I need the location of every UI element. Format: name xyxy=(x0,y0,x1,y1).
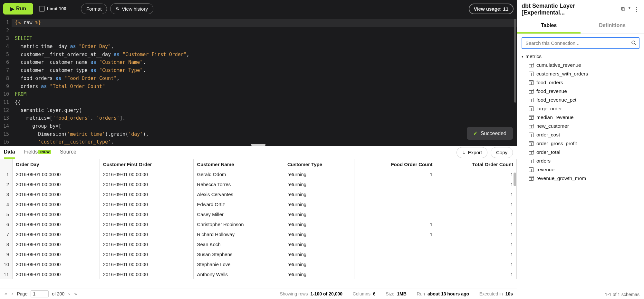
tree-item[interactable]: cumulative_revenue xyxy=(522,61,639,69)
tree-item[interactable]: revenue_growth_mom xyxy=(522,174,639,183)
limit-checkbox[interactable]: Limit 100 xyxy=(36,6,69,12)
run-button[interactable]: ▶ Run xyxy=(3,3,33,15)
results-table: Order DayCustomer First OrderCustomer Na… xyxy=(0,159,517,279)
copy-icon[interactable]: ⧉ xyxy=(621,6,625,13)
view-history-button[interactable]: ↻ View history xyxy=(110,3,153,14)
table-cell: returning xyxy=(284,269,354,279)
table-icon xyxy=(529,80,534,85)
table-cell: Christopher Robinson xyxy=(194,219,284,229)
table-row[interactable]: 52016-09-01 00:00:002016-09-01 00:00:00C… xyxy=(0,209,517,219)
exec-label: Executed in xyxy=(479,291,503,296)
table-cell: 2016-09-01 00:00:00 xyxy=(100,199,194,209)
table-cell: 1 xyxy=(436,179,516,189)
page-first-button[interactable]: « xyxy=(4,291,8,296)
export-button[interactable]: ⤓ Export xyxy=(457,147,487,158)
tree-item-label: revenue_growth_mom xyxy=(536,175,586,181)
column-header[interactable]: Total Order Count xyxy=(436,159,516,169)
tree-item[interactable]: large_order xyxy=(522,104,639,113)
rownum-cell: 5 xyxy=(0,209,13,219)
page-last-button[interactable]: » xyxy=(74,291,78,296)
history-icon: ↻ xyxy=(116,6,120,12)
table-cell: Anthony Wells xyxy=(194,269,284,279)
tree-item[interactable]: median_revenue xyxy=(522,113,639,122)
table-cell: Stephanie Love xyxy=(194,259,284,269)
table-cell: Rebecca Torres xyxy=(194,179,284,189)
table-row[interactable]: 112016-09-01 00:00:002016-09-01 00:00:00… xyxy=(0,269,517,279)
sidebar-tab-tables[interactable]: Tables xyxy=(517,19,581,34)
chevron-down-icon[interactable]: ▾ xyxy=(629,6,630,13)
table-row[interactable]: 62016-09-01 00:00:002016-09-01 00:00:00C… xyxy=(0,219,517,229)
table-cell: 1 xyxy=(436,239,516,249)
column-header[interactable]: Customer Type xyxy=(284,159,354,169)
tab-data[interactable]: Data xyxy=(4,146,15,159)
table-row[interactable]: 12016-09-01 00:00:002016-09-01 00:00:00G… xyxy=(0,169,517,179)
table-cell: Richard Holloway xyxy=(194,229,284,239)
table-icon xyxy=(529,141,534,146)
table-cell: 2016-09-01 00:00:00 xyxy=(100,239,194,249)
tree-item[interactable]: customers_with_orders xyxy=(522,69,639,78)
rownum-cell: 10 xyxy=(0,259,13,269)
table-cell: 1 xyxy=(354,169,436,179)
search-icon xyxy=(631,40,636,46)
table-cell: 2016-09-01 00:00:00 xyxy=(100,189,194,199)
column-header[interactable]: Customer First Order xyxy=(100,159,194,169)
drag-handle[interactable] xyxy=(251,144,265,146)
view-usage-button[interactable]: View usage: 11 xyxy=(469,4,514,14)
column-header[interactable]: Food Order Count xyxy=(354,159,436,169)
editor-scrollbar[interactable] xyxy=(514,19,516,103)
tree-item[interactable]: food_revenue_pct xyxy=(522,95,639,104)
tree-item[interactable]: food_revenue xyxy=(522,87,639,95)
tab-source[interactable]: Source xyxy=(60,146,76,159)
run-meta-label: Run xyxy=(417,291,425,296)
table-cell: 1 xyxy=(436,209,516,219)
table-row[interactable]: 72016-09-01 00:00:002016-09-01 00:00:00R… xyxy=(0,229,517,239)
schema-tree: ▾ metrics cumulative_revenuecustomers_wi… xyxy=(517,52,644,183)
tree-item[interactable]: order_total xyxy=(522,148,639,156)
tab-fields[interactable]: Fields iNEW xyxy=(24,146,51,159)
tree-item[interactable]: order_cost xyxy=(522,130,639,139)
divider xyxy=(75,3,75,14)
page-prev-button[interactable]: ‹ xyxy=(11,291,14,296)
format-button[interactable]: Format xyxy=(81,4,107,14)
table-cell: 1 xyxy=(354,229,436,239)
copy-button[interactable]: Copy xyxy=(491,147,513,158)
sidebar-tab-definitions[interactable]: Definitions xyxy=(581,19,644,34)
table-row[interactable]: 22016-09-01 00:00:002016-09-01 00:00:00R… xyxy=(0,179,517,189)
table-cell: 1 xyxy=(436,259,516,269)
table-icon xyxy=(529,72,534,76)
tree-item[interactable]: food_orders xyxy=(522,78,639,87)
rownum-cell: 4 xyxy=(0,199,13,209)
table-row[interactable]: 92016-09-01 00:00:002016-09-01 00:00:00S… xyxy=(0,249,517,259)
tree-item[interactable]: new_customer xyxy=(522,122,639,130)
tree-group-metrics[interactable]: ▾ metrics xyxy=(522,52,639,61)
table-icon xyxy=(529,124,534,128)
page-input[interactable] xyxy=(31,290,49,297)
tree-item[interactable]: order_gross_profit xyxy=(522,139,639,148)
tree-item-label: cumulative_revenue xyxy=(536,62,581,68)
more-icon[interactable]: ⋮ xyxy=(634,6,639,13)
code-editor[interactable]: 12345678910111213141516 {% raw %}SELECT … xyxy=(0,17,517,146)
table-cell xyxy=(354,259,436,269)
rownum-cell: 3 xyxy=(0,189,13,199)
table-icon xyxy=(529,150,534,154)
history-label: View history xyxy=(122,6,148,12)
table-row[interactable]: 32016-09-01 00:00:002016-09-01 00:00:00A… xyxy=(0,189,517,199)
table-cell: returning xyxy=(284,249,354,259)
table-row[interactable]: 82016-09-01 00:00:002016-09-01 00:00:00S… xyxy=(0,239,517,249)
tree-item[interactable]: revenue xyxy=(522,165,639,174)
search-input[interactable] xyxy=(522,37,639,49)
table-row[interactable]: 102016-09-01 00:00:002016-09-01 00:00:00… xyxy=(0,259,517,269)
column-header[interactable]: Customer Name xyxy=(194,159,284,169)
table-cell xyxy=(354,179,436,189)
table-cell: Susan Stephens xyxy=(194,249,284,259)
tree-item-label: revenue xyxy=(536,167,554,173)
table-scrollbar[interactable] xyxy=(514,173,516,186)
table-cell: 2016-09-01 00:00:00 xyxy=(13,219,100,229)
tree-item[interactable]: orders xyxy=(522,156,639,165)
sidebar: dbt Semantic Layer [Experimental... ⧉ ▾ … xyxy=(517,0,644,299)
results-bar: Data Fields iNEW Source ⤓ Export Copy xyxy=(0,146,517,159)
page-next-button[interactable]: › xyxy=(68,291,71,296)
table-row[interactable]: 42016-09-01 00:00:002016-09-01 00:00:00E… xyxy=(0,199,517,209)
table-cell: 2016-09-01 00:00:00 xyxy=(100,209,194,219)
column-header[interactable]: Order Day xyxy=(13,159,100,169)
